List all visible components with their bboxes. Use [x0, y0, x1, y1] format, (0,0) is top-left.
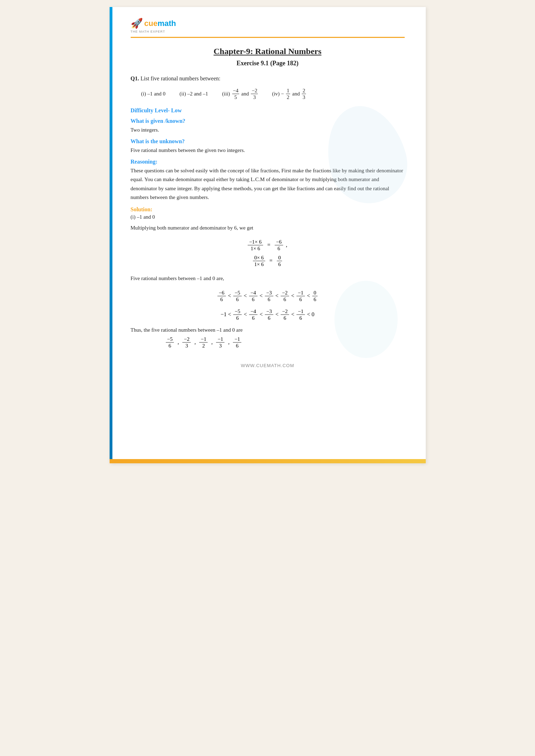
- brand-cue: cue: [144, 19, 158, 28]
- sub-iii-frac2: −2 3: [251, 87, 258, 100]
- sub-iii-prefix: (iii): [222, 91, 230, 97]
- step1-frac1-den: 1× 6: [249, 245, 261, 252]
- sub-iii-and: and: [241, 91, 249, 97]
- result-f3: −1 2: [199, 336, 208, 349]
- ineq1-f2: −5 6: [233, 290, 242, 303]
- sub-iv-frac2: 2 3: [302, 87, 306, 100]
- sub-q-ii: (ii) –2 and –1: [180, 91, 208, 97]
- ineq2-f3: −3 6: [265, 308, 273, 321]
- unknown-heading: What is the unknown?: [131, 138, 405, 145]
- given-heading: What is given /known?: [131, 118, 405, 124]
- logo-top: 🚀 cuemath: [131, 18, 176, 29]
- solution-heading: Solution:: [131, 206, 405, 213]
- sub-questions-row: (i) –1 and 0 (ii) –2 and –1 (iii) −4 5 a…: [141, 87, 405, 100]
- sub-iii-frac1: −4 5: [232, 87, 239, 100]
- step1-frac1: −1× 6 1× 6: [248, 239, 263, 252]
- question-body: List five rational numbers between:: [141, 75, 220, 81]
- sub-q-iv: (iv) − 1 2 and 2 3: [272, 87, 306, 100]
- given-content: Two integers.: [131, 126, 405, 134]
- unknown-content: Five rational numbers between the given …: [131, 146, 405, 154]
- step2-frac2: 0 6: [277, 254, 282, 267]
- ineq1-f7: 0 6: [312, 290, 318, 303]
- result-f4: −1 3: [216, 336, 224, 349]
- sub-iv-prefix: (iv) −: [272, 91, 284, 97]
- thus-text: Thus, the five rational numbers between …: [131, 327, 405, 333]
- brand-math: math: [157, 19, 176, 28]
- question-text: Q1. List five rational numbers between:: [131, 74, 405, 83]
- ineq2-end: < 0: [307, 311, 314, 318]
- multiply-text: Multiplying both numerator and denominat…: [131, 224, 405, 232]
- ineq2-f2: −4 6: [249, 308, 257, 321]
- inequality-row-2: −1 < −5 6 < −4 6 < −3 6 < −2 6 < −1: [221, 308, 314, 321]
- step2-frac2-den: 6: [277, 261, 282, 267]
- step1-frac2-num: −6: [275, 239, 283, 245]
- ineq2-start: −1 <: [221, 311, 231, 318]
- step2-frac1: 0× 6 1× 6: [253, 254, 265, 267]
- page: 🚀 cuemath THE MATH EXPERT Chapter-9: Rat…: [110, 7, 426, 463]
- step2-frac2-num: 0: [277, 254, 282, 261]
- result-f2: −2 3: [182, 336, 191, 349]
- step1-comma: ,: [286, 242, 287, 248]
- brand-name: cuemath: [144, 19, 176, 28]
- ineq1-f6: −1 6: [296, 290, 305, 303]
- sub-q-i: (i) –1 and 0: [141, 91, 166, 97]
- sub-q-iii: (iii) −4 5 and −2 3: [222, 87, 258, 100]
- math-row-1: −1× 6 1× 6 = −6 6 ,: [248, 239, 287, 252]
- left-accent-bar: [110, 7, 112, 463]
- ineq1-f4: −3 6: [265, 290, 273, 303]
- ineq1-f3: −4 6: [249, 290, 257, 303]
- sub-iv-and: and: [292, 91, 300, 97]
- ineq2-f5: −1 6: [296, 308, 305, 321]
- reasoning-content: These questions can be solved easily wit…: [131, 166, 405, 202]
- ineq1-f5: −2 6: [281, 290, 289, 303]
- reasoning-heading: Reasoning:: [131, 159, 405, 165]
- five-rational-intro: Five rational numbers between –1 and 0 a…: [131, 274, 405, 283]
- rocket-icon: 🚀: [131, 18, 143, 29]
- step1-eq: =: [267, 242, 270, 248]
- solution-sub-i: (i) –1 and 0: [131, 214, 405, 220]
- exercise-title: Exercise 9.1 (Page 182): [131, 60, 405, 67]
- footer: WWW.CUEMATH.COM: [131, 363, 405, 368]
- question-label: Q1.: [131, 75, 139, 81]
- ineq2-f1: −5 6: [233, 308, 242, 321]
- step2-frac1-den: 1× 6: [253, 261, 265, 267]
- step2-frac1-num: 0× 6: [253, 254, 265, 261]
- bottom-accent-bar: [110, 459, 426, 463]
- logo: 🚀 cuemath THE MATH EXPERT: [131, 18, 176, 33]
- step1-frac2-den: 6: [276, 245, 282, 252]
- step1-frac1-num: −1× 6: [248, 239, 263, 245]
- ineq1-f1: −6 6: [217, 290, 226, 303]
- result-f5: −1 6: [233, 336, 241, 349]
- result-fractions-row: −5 6 , −2 3 , −1 2 , −1 3 , −1 6: [166, 336, 405, 349]
- result-f1: −5 6: [166, 336, 174, 349]
- step1-frac2: −6 6: [275, 239, 283, 252]
- inequality-row-1: −6 6 < −5 6 < −4 6 < −3 6 < −2 6 <: [217, 290, 318, 303]
- chapter-title: Chapter-9: Rational Numbers: [131, 47, 405, 56]
- step2-eq: =: [269, 258, 273, 264]
- sub-iv-frac1: 1 2: [286, 87, 290, 100]
- math-block-fractions: −1× 6 1× 6 = −6 6 , 0× 6 1× 6 = 0 6: [131, 237, 405, 269]
- difficulty-label: Difficulty Level- Low: [131, 107, 405, 114]
- ineq2-f4: −2 6: [281, 308, 289, 321]
- logo-tagline: THE MATH EXPERT: [131, 30, 165, 33]
- math-row-2: 0× 6 1× 6 = 0 6: [253, 254, 282, 267]
- header: 🚀 cuemath THE MATH EXPERT: [131, 18, 405, 38]
